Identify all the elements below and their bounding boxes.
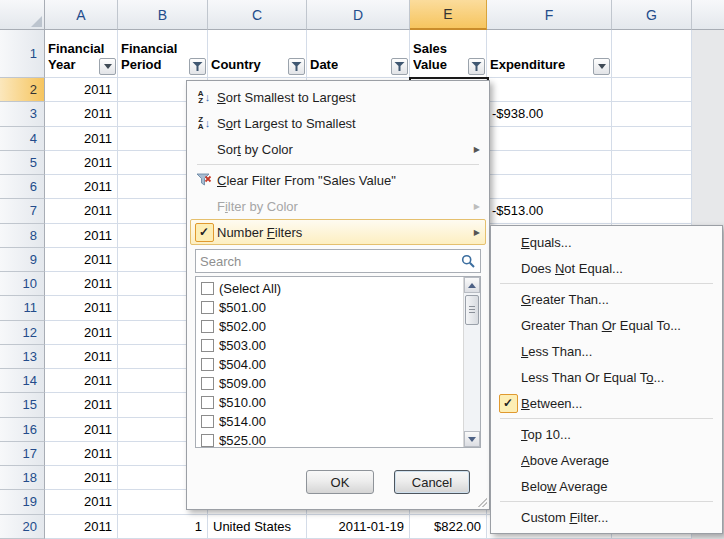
column-header-g[interactable]: G bbox=[612, 0, 692, 30]
row-header-12[interactable]: 12 bbox=[0, 321, 45, 345]
cell-d20[interactable]: 2011-01-19 bbox=[307, 515, 410, 539]
row-header-8[interactable]: 8 bbox=[0, 224, 45, 248]
checkbox[interactable] bbox=[201, 282, 214, 295]
cell-a2[interactable]: 2011 bbox=[45, 78, 118, 102]
scroll-down-button[interactable] bbox=[464, 431, 480, 447]
cell-a3[interactable]: 2011 bbox=[45, 102, 118, 126]
row-header-13[interactable]: 13 bbox=[0, 345, 45, 369]
header-cell-a1[interactable]: Financial Year bbox=[45, 30, 118, 78]
search-input[interactable] bbox=[196, 254, 456, 269]
menu-item-sort-by-color[interactable]: Sort by Color▶ bbox=[190, 136, 486, 162]
list-scrollbar[interactable] bbox=[463, 277, 480, 447]
checkbox[interactable] bbox=[201, 377, 214, 390]
row-header-4[interactable]: 4 bbox=[0, 127, 45, 151]
filter-value-525-00[interactable]: $525.00 bbox=[199, 431, 463, 447]
submenu-item-above-average[interactable]: Above Average bbox=[493, 447, 720, 473]
filter-value-504-00[interactable]: $504.00 bbox=[199, 355, 463, 374]
submenu-item-between[interactable]: ✓Between... bbox=[493, 390, 720, 416]
cell-f3[interactable]: -$938.00 bbox=[487, 102, 612, 126]
filter-value-501-00[interactable]: $501.00 bbox=[199, 298, 463, 317]
cell-a7[interactable]: 2011 bbox=[45, 199, 118, 223]
menu-item-sort-smallest-to-largest[interactable]: AZ↓Sort Smallest to Largest bbox=[190, 84, 486, 110]
filter-button-a[interactable] bbox=[99, 58, 116, 75]
cell-a14[interactable]: 2011 bbox=[45, 369, 118, 393]
cell-g4[interactable] bbox=[612, 127, 692, 151]
cell-a9[interactable]: 2011 bbox=[45, 248, 118, 272]
cell-a18[interactable]: 2011 bbox=[45, 466, 118, 490]
row-header-5[interactable]: 5 bbox=[0, 151, 45, 175]
row-header-20[interactable]: 20 bbox=[0, 515, 45, 539]
cell-g2[interactable] bbox=[612, 78, 692, 102]
row-header-14[interactable]: 14 bbox=[0, 369, 45, 393]
cell-a11[interactable]: 2011 bbox=[45, 296, 118, 320]
filter-value-509-00[interactable]: $509.00 bbox=[199, 374, 463, 393]
cell-g6[interactable] bbox=[612, 175, 692, 199]
column-header-a[interactable]: A bbox=[45, 0, 118, 30]
cell-a19[interactable]: 2011 bbox=[45, 490, 118, 514]
checkbox[interactable] bbox=[201, 339, 214, 352]
menu-item-clear-filter[interactable]: Clear Filter From "Sales Value" bbox=[190, 167, 486, 193]
submenu-item-greater-than[interactable]: Greater Than... bbox=[493, 286, 720, 312]
checkbox[interactable] bbox=[201, 320, 214, 333]
row-header-2[interactable]: 2 bbox=[0, 78, 45, 102]
column-header-b[interactable]: B bbox=[118, 0, 208, 30]
filter-button-e[interactable] bbox=[468, 58, 485, 75]
cell-a15[interactable]: 2011 bbox=[45, 393, 118, 417]
header-cell-e1[interactable]: Sales Value bbox=[410, 30, 487, 78]
row-header-17[interactable]: 17 bbox=[0, 442, 45, 466]
cell-f6[interactable] bbox=[487, 175, 612, 199]
scroll-track[interactable] bbox=[464, 293, 480, 431]
select-all-corner[interactable] bbox=[0, 0, 45, 30]
cell-a12[interactable]: 2011 bbox=[45, 321, 118, 345]
column-header-e[interactable]: E bbox=[410, 0, 487, 30]
ok-button[interactable]: OK bbox=[306, 470, 374, 494]
row-header-3[interactable]: 3 bbox=[0, 102, 45, 126]
column-header-d[interactable]: D bbox=[307, 0, 410, 30]
checkbox[interactable] bbox=[201, 301, 214, 314]
filter-value-510-00[interactable]: $510.00 bbox=[199, 393, 463, 412]
submenu-item-does-not-equal[interactable]: Does Not Equal... bbox=[493, 255, 720, 281]
cell-a10[interactable]: 2011 bbox=[45, 272, 118, 296]
cell-a5[interactable]: 2011 bbox=[45, 151, 118, 175]
row-header-15[interactable]: 15 bbox=[0, 393, 45, 417]
submenu-item-custom-filter[interactable]: Custom Filter... bbox=[493, 504, 720, 530]
filter-button-f[interactable] bbox=[593, 58, 610, 75]
header-cell-d1[interactable]: Date bbox=[307, 30, 410, 78]
filter-button-b[interactable] bbox=[189, 58, 206, 75]
row-header-6[interactable]: 6 bbox=[0, 175, 45, 199]
menu-item-number-filters[interactable]: ✓Number Filters▶ bbox=[190, 219, 486, 245]
row-header-16[interactable]: 16 bbox=[0, 418, 45, 442]
row-header-11[interactable]: 11 bbox=[0, 296, 45, 320]
row-header-19[interactable]: 19 bbox=[0, 490, 45, 514]
filter-value-502-00[interactable]: $502.00 bbox=[199, 317, 463, 336]
filter-value-503-00[interactable]: $503.00 bbox=[199, 336, 463, 355]
filter-value-514-00[interactable]: $514.00 bbox=[199, 412, 463, 431]
header-cell-b1[interactable]: Financial Period bbox=[118, 30, 208, 78]
cell-c20[interactable]: United States bbox=[208, 515, 307, 539]
row-header-18[interactable]: 18 bbox=[0, 466, 45, 490]
menu-item-sort-largest-to-smallest[interactable]: ZA↓Sort Largest to Smallest bbox=[190, 110, 486, 136]
checkbox[interactable] bbox=[201, 358, 214, 371]
header-cell-c1[interactable]: Country bbox=[208, 30, 307, 78]
cancel-button[interactable]: Cancel bbox=[394, 470, 470, 494]
filter-button-d[interactable] bbox=[391, 58, 408, 75]
cell-f7[interactable]: -$513.00 bbox=[487, 199, 612, 223]
cell-a8[interactable]: 2011 bbox=[45, 224, 118, 248]
scroll-up-button[interactable] bbox=[464, 277, 480, 293]
scroll-thumb[interactable] bbox=[465, 295, 479, 325]
cell-a4[interactable]: 2011 bbox=[45, 127, 118, 151]
filter-button-c[interactable] bbox=[288, 58, 305, 75]
checkbox[interactable] bbox=[201, 434, 214, 447]
checkbox[interactable] bbox=[201, 415, 214, 428]
cell-g5[interactable] bbox=[612, 151, 692, 175]
row-header-1[interactable]: 1 bbox=[0, 30, 45, 78]
cell-a13[interactable]: 2011 bbox=[45, 345, 118, 369]
filter-value-select-all[interactable]: (Select All) bbox=[199, 279, 463, 298]
column-header-f[interactable]: F bbox=[487, 0, 612, 30]
submenu-item-top-10[interactable]: Top 10... bbox=[493, 421, 720, 447]
cell-g7[interactable] bbox=[612, 199, 692, 223]
cell-b20[interactable]: 1 bbox=[118, 515, 208, 539]
submenu-item-equals[interactable]: Equals... bbox=[493, 229, 720, 255]
cell-f4[interactable] bbox=[487, 127, 612, 151]
row-header-9[interactable]: 9 bbox=[0, 248, 45, 272]
